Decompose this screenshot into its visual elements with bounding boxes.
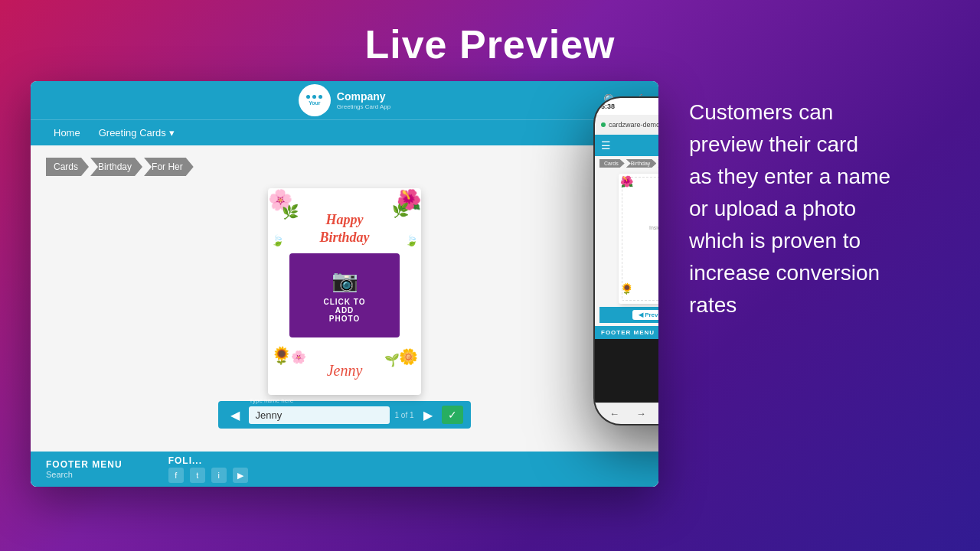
logo-your: Your [309, 100, 320, 106]
phone-logo: YC [658, 137, 659, 154]
phone-inside-label: Inside Message [649, 225, 658, 230]
phone-card: 🌸 🌺 🌻 🌼 Inside Message Your Name [619, 174, 659, 304]
browser-logo: Your Company Greetings Card App [299, 84, 390, 116]
menu-greeting-cards[interactable]: Greeting Cards ▾ [99, 127, 175, 139]
card-photo-placeholder[interactable]: 📷 CLICK TO ADD PHOTO [289, 253, 400, 337]
name-input[interactable] [249, 406, 390, 424]
footer-right: FOLI... f t i ▶ [168, 455, 248, 483]
footer-right-title: FOLI... [168, 455, 248, 466]
content-row: Your Company Greetings Card App 🔍 🛒 Home… [0, 81, 980, 487]
phone-breadcrumb: Cards Birthday For Her [595, 156, 658, 171]
social-youtube[interactable]: ▶ [233, 468, 248, 483]
breadcrumb-cards[interactable]: Cards [46, 158, 89, 176]
social-twitter[interactable]: t [190, 468, 205, 483]
phone-mockup: 5:38 ▌▌▌ WiFi 🔋 cardzware-demo.com ⬆ ☰ Y… [593, 96, 658, 425]
logo-text-group: Company Greetings Card App [337, 90, 390, 110]
browser-menu: Home Greeting Cards ▾ [31, 119, 658, 145]
breadcrumb-birthday[interactable]: Birthday [90, 158, 142, 176]
flower-1: 🌸 [268, 188, 292, 212]
p-flower-bl: 🌻 [620, 282, 633, 295]
phone-url-bar[interactable]: cardzware-demo.com ⬆ [595, 115, 658, 135]
phone-footer-bar: FOOTER MENU [595, 326, 658, 339]
phone-nav-buttons: ◀ Prev Next ▶ [599, 307, 658, 323]
phone-time: 5:38 [601, 103, 615, 110]
phone-bc-birthday[interactable]: Birthday [626, 159, 657, 168]
phone-menu-icon[interactable]: ☰ [601, 139, 611, 152]
card-birthday: Birthday [319, 230, 369, 245]
phone-bc-cards[interactable]: Cards [599, 159, 625, 168]
greeting-card: 🌸 🌺 🌿 🌿 🌻 🌸 🌼 🌱 🍃 🍃 [268, 188, 421, 395]
phone-back-icon[interactable]: ← [609, 408, 619, 419]
phone-forward-icon[interactable]: → [636, 408, 646, 419]
phone-prev-btn[interactable]: ◀ Prev [632, 310, 658, 320]
photo-label-1: CLICK TO [323, 298, 365, 306]
browser-content: Cards Birthday For Her 🌸 🌺 🌿 🌿 [31, 145, 658, 487]
footer-menu-title: FOOTER MENU [46, 459, 122, 470]
social-facebook[interactable]: f [168, 468, 184, 483]
feature-description: Customers can preview their card as they… [689, 96, 949, 321]
input-bar: ◀ Type name here 1 of 1 ▶ ✓ [218, 401, 470, 429]
breadcrumb-forher[interactable]: For Her [144, 158, 194, 176]
logo-company: Company [337, 90, 390, 103]
card-name: Jenny [268, 362, 421, 380]
p-flower-tl: 🌺 [620, 175, 633, 187]
phone-bc-forher[interactable]: For Her [658, 159, 658, 168]
logo-circle: Your [299, 84, 331, 116]
browser-mockup: Your Company Greetings Card App 🔍 🛒 Home… [31, 81, 658, 487]
breadcrumb: Cards Birthday For Her [46, 158, 195, 176]
logo-dot [312, 95, 316, 99]
logo-dot [306, 95, 310, 99]
logo-dots [306, 95, 322, 99]
camera-icon: 📷 [332, 268, 358, 293]
photo-label-3: PHOTO [329, 315, 360, 323]
footer-search: Search [46, 470, 122, 479]
browser-footer: FOOTER MENU Search FOLI... f t i ▶ [31, 452, 658, 487]
footer-social: f t i ▶ [168, 468, 248, 483]
page-title: Live Preview [364, 21, 615, 67]
phone-browser-bar: ← → ⊕ ⬜ ⋯ [595, 403, 658, 424]
browser-nav: Your Company Greetings Card App 🔍 🛒 [31, 81, 658, 119]
card-column: 🌸 🌺 🌿 🌿 🌻 🌸 🌼 🌱 🍃 🍃 [218, 188, 470, 429]
logo-dot [318, 95, 322, 99]
card-happy: Happy [326, 212, 364, 227]
input-counter: 1 of 1 [394, 411, 413, 419]
footer-left: FOOTER MENU Search [46, 459, 122, 479]
logo-tagline: Greetings Card App [337, 103, 390, 110]
input-next-btn[interactable]: ▶ [419, 406, 437, 424]
photo-label-2: ADD [335, 306, 354, 315]
phone-nav-bar: ☰ YC 🛒 [595, 135, 658, 156]
menu-home[interactable]: Home [54, 127, 80, 139]
input-confirm-btn[interactable]: ✓ [442, 406, 463, 424]
input-field-wrapper: Type name here [249, 406, 390, 424]
card-preview-area: 🌸 🌺 🌿 🌿 🌻 🌸 🌼 🌱 🍃 🍃 [218, 188, 470, 474]
phone-card-area: 🌸 🌺 🌻 🌼 Inside Message Your Name ◀ Prev … [595, 171, 658, 326]
card-title: Happy Birthday [268, 211, 421, 247]
phone-url: cardzware-demo.com [609, 121, 658, 129]
social-instagram[interactable]: i [211, 468, 227, 483]
input-prev-btn[interactable]: ◀ [226, 406, 244, 424]
input-placeholder: Type name here [249, 397, 293, 404]
dropdown-arrow: ▾ [169, 127, 175, 139]
secure-icon [601, 122, 606, 127]
right-text-panel: Customers can preview their card as they… [681, 81, 949, 321]
flower-2: 🌺 [397, 188, 421, 212]
